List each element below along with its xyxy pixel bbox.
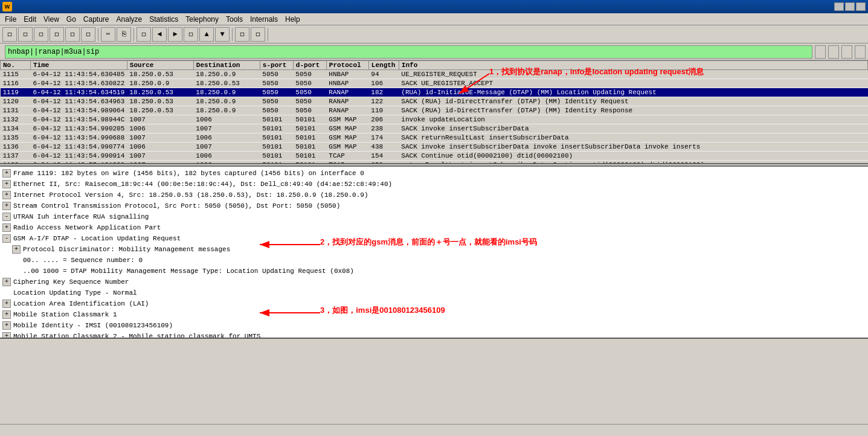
cell-source: 18.250.0.9 [127,79,193,88]
col-header-dport[interactable]: d-port [293,61,326,70]
menu-item-go[interactable]: Go [63,13,80,25]
packet-table-container[interactable]: No. Time Source Destination s-port d-por… [0,60,868,163]
expression-button[interactable] [815,45,826,59]
table-row[interactable]: 11346-04-12 11:43:54.9902051006100750101… [1,124,868,133]
detail-toggle-sctp[interactable]: + [2,202,11,210]
toolbar-btn-18[interactable]: ◻ [251,27,265,42]
toolbar-btn-17[interactable]: ◻ [235,27,249,42]
cell-time: 6-04-12 11:43:55.181229 [31,161,127,164]
detail-item-imsi[interactable]: +Mobile Identity - IMSI (001080123456109… [1,320,867,331]
detail-item-classmark1[interactable]: +Mobile Station Classmark 1 [1,309,867,320]
menu-item-internals[interactable]: Internals [246,13,281,25]
table-row[interactable]: 11366-04-12 11:43:54.9907741006100750101… [1,143,868,152]
cell-protocol: GSM MAP [326,133,368,143]
menu-item-analyze[interactable]: Analyze [113,13,146,25]
detail-item-lai[interactable]: +Location Area Identification (LAI) [1,298,867,309]
filter-input[interactable] [5,45,812,59]
detail-item-sctp[interactable]: +Stream Control Transmission Protocol, S… [1,200,867,211]
col-header-source[interactable]: Source [127,61,193,70]
cell-info: SACK invoke insertSubscriberData invoke … [399,143,867,152]
col-header-length[interactable]: Length [368,61,399,70]
toolbar-btn-2[interactable]: ◻ [34,27,48,42]
detail-item-ip[interactable]: +Internet Protocol Version 4, Src: 18.25… [1,190,867,200]
detail-toggle-imsi[interactable]: + [2,321,11,330]
table-row[interactable]: 11326-04-12 11:43:54.98944C1007100650101… [1,115,868,124]
table-row[interactable]: 11166-04-12 11:43:54.63082218.250.0.918.… [1,79,868,88]
menu-item-telephony[interactable]: Telephony [182,13,222,25]
detail-toggle-classmark1[interactable]: + [2,310,11,319]
table-row[interactable]: 11196-04-12 11:43:54.63451918.250.0.5318… [1,88,868,97]
cell-info: SACK UE_REGISTER_ACCEPT [399,79,867,88]
maximize-button[interactable] [845,2,855,11]
close-button[interactable] [856,2,866,11]
toolbar-btn-13[interactable]: ◻ [184,27,198,42]
detail-toggle-frame[interactable]: + [2,169,11,178]
minimize-button[interactable] [834,2,844,11]
col-header-no[interactable]: No. [1,61,31,70]
toolbar-btn-15[interactable]: ▼ [215,27,230,42]
detail-item-gsm[interactable]: -GSM A-I/F DTAP - Location Updating Requ… [1,233,867,244]
cell-protocol: RANAP [326,97,368,106]
col-header-protocol[interactable]: Protocol [326,61,368,70]
detail-item-msgtype[interactable]: ..00 1000 = DTAP Mobility Management Mes… [1,266,867,277]
cell-info: invoke updateLocation [399,115,867,124]
toolbar-btn-3[interactable]: ◻ [50,27,64,42]
menu-item-tools[interactable]: Tools [222,13,246,25]
detail-toggle-classmark2[interactable]: + [2,332,11,339]
save-button[interactable] [855,45,866,59]
col-header-destination[interactable]: Destination [193,61,260,70]
detail-toggle-ciphering[interactable]: + [2,278,11,286]
detail-item-frame[interactable]: +Frame 1119: 182 bytes on wire (1456 bit… [1,168,867,179]
apply-button[interactable] [841,45,852,59]
menu-item-view[interactable]: View [40,13,63,25]
toolbar-btn-0[interactable]: ◻ [2,27,17,42]
detail-toggle-ethernet[interactable]: + [2,180,11,188]
cell-source: 1007 [127,133,193,143]
detail-item-ethernet[interactable]: +Ethernet II, Src: Raisecom_18:9c:44 (00… [1,179,867,190]
menu-item-file[interactable]: File [1,13,20,25]
detail-toggle-ip[interactable]: + [2,191,11,199]
detail-item-ciphering[interactable]: +Ciphering Key Sequence Number [1,277,867,287]
toolbar-btn-8[interactable]: ⎘ [117,27,131,42]
col-header-time[interactable]: Time [31,61,127,70]
detail-text-ip: Internet Protocol Version 4, Src: 18.250… [13,190,866,200]
detail-toggle-mm[interactable]: + [12,245,21,254]
detail-panel[interactable]: +Frame 1119: 182 bytes on wire (1456 bit… [0,167,868,339]
menu-item-capture[interactable]: Capture [80,13,113,25]
table-row[interactable]: 11206-04-12 11:43:54.63496318.250.0.5318… [1,97,868,106]
menu-item-statistics[interactable]: Statistics [146,13,182,25]
toolbar-btn-10[interactable]: ◻ [137,27,151,42]
detail-text-imsi: Mobile Identity - IMSI (001080123456109) [13,321,866,330]
menu-item-help[interactable]: Help [281,13,304,25]
detail-item-ranap[interactable]: +Radio Access Network Application Part [1,222,867,233]
detail-item-classmark2[interactable]: +Mobile Station Classmark 2 - Mobile sta… [1,331,867,339]
detail-text-ranap: Radio Access Network Application Part [13,223,866,232]
toolbar-btn-14[interactable]: ▲ [199,27,214,42]
menu-item-edit[interactable]: Edit [20,13,40,25]
table-row[interactable]: 11316-04-12 11:43:54.98906418.250.0.5318… [1,106,868,115]
detail-toggle-rua[interactable]: - [2,213,11,221]
detail-toggle-lai[interactable]: + [2,300,11,308]
toolbar-btn-1[interactable]: ◻ [18,27,33,42]
clear-button[interactable] [828,45,839,59]
col-header-sport[interactable]: s-port [260,61,293,70]
detail-toggle-gsm[interactable]: - [2,234,11,243]
detail-toggle-ranap[interactable]: + [2,223,11,232]
table-row[interactable]: 11156-04-12 11:43:54.63048518.250.0.5318… [1,70,868,79]
detail-item-rua[interactable]: -UTRAN Iuh interface RUA signalling [1,211,867,222]
col-header-info[interactable]: Info [399,61,867,70]
packet-table: No. Time Source Destination s-port d-por… [0,60,868,163]
toolbar-btn-5[interactable]: ◻ [81,27,95,42]
table-row[interactable]: 11356-04-12 11:43:54.9906881007100650101… [1,133,868,143]
cell-sport: 50101 [260,124,293,133]
cell-protocol: RANAP [326,106,368,115]
detail-item-seq[interactable]: 00.. .... = Sequence number: 0 [1,255,867,266]
table-row[interactable]: 11376-04-12 11:43:54.9909141007100650101… [1,152,868,161]
toolbar-btn-12[interactable]: ► [168,27,182,42]
detail-item-lutype[interactable]: Location Updating Type - Normal [1,287,867,298]
detail-item-mm[interactable]: +Protocol Discriminator: Mobility Manage… [1,244,867,255]
toolbar-btn-7[interactable]: ✂ [101,27,115,42]
toolbar-btn-11[interactable]: ◄ [152,27,167,42]
detail-text-seq: 00.. .... = Sequence number: 0 [23,255,866,265]
toolbar-btn-4[interactable]: ◻ [65,27,80,42]
